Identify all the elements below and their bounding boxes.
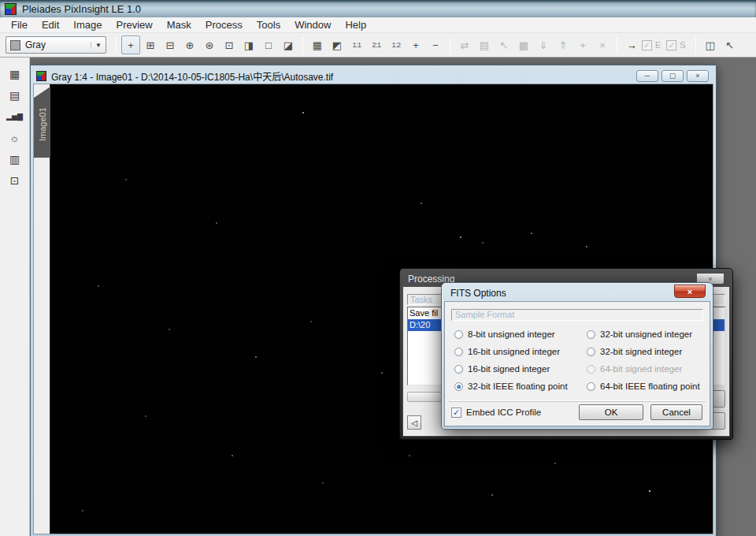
image-window-titlebar[interactable]: Gray 1:4 - Image01 - D:\2014-10-05-IC180… (33, 68, 713, 84)
reset-instance-button[interactable]: + (573, 35, 592, 54)
compare-windows-button[interactable]: ◫ (701, 35, 720, 54)
menu-help[interactable]: Help (338, 18, 373, 32)
zoom-in-icon: + (413, 39, 419, 51)
apply-global-button[interactable]: ⇑ (554, 35, 573, 54)
zoom-in-button[interactable]: + (406, 35, 425, 54)
image-window-icon (36, 71, 46, 81)
delete-instance-button[interactable]: × (593, 35, 612, 54)
zoom-1-1-button[interactable]: 1:1 (347, 35, 366, 54)
restore-button[interactable]: ▢ (662, 70, 684, 82)
radio-label: 8-bit unsigned integer (468, 329, 555, 339)
sample-format-options: 8-bit unsigned integer 16-bit unsigned i… (454, 326, 710, 395)
fit-window-button[interactable]: ◩ (328, 35, 346, 54)
delete-instance-icon: × (599, 39, 606, 51)
radio-label: 64-bit IEEE floating point (600, 382, 700, 391)
radio-label: 64-bit signed integer (600, 364, 682, 374)
menubar: File Edit Image Preview Mask Process Too… (0, 17, 756, 33)
menu-process[interactable]: Process (198, 18, 250, 32)
process-console-button[interactable]: ▦ (5, 65, 25, 84)
toolbar-separator (695, 36, 696, 54)
new-preview-icon: □ (265, 39, 272, 51)
crosshair-icon: + (128, 39, 134, 51)
process-explorer-icon: ▤ (9, 89, 20, 102)
pan-view-button[interactable]: ⊕ (180, 35, 199, 54)
screen-transfer-button[interactable]: ☼ (5, 128, 25, 147)
process-explorer-button[interactable]: ▤ (5, 86, 25, 105)
radio-64bit-signed: 64-bit signed integer (587, 364, 710, 374)
status-checkbox-label: S (680, 40, 685, 50)
menu-image[interactable]: Image (66, 18, 109, 32)
image-tab[interactable]: Image01 (34, 87, 50, 158)
menu-window[interactable]: Window (287, 18, 338, 32)
minimize-button[interactable]: ─ (636, 70, 658, 82)
crop-tool-button[interactable]: ⊡ (220, 35, 239, 54)
radio-16bit-unsigned[interactable]: 16-bit unsigned integer (454, 347, 587, 356)
mirror-tool-button[interactable]: ◨ (239, 35, 258, 54)
chevron-down-icon: ▼ (91, 42, 102, 49)
cancel-button[interactable]: Cancel (650, 404, 702, 420)
close-button[interactable]: × (687, 70, 709, 82)
toolbar-separator (302, 36, 303, 54)
pan-all-button[interactable]: ⊛ (200, 35, 219, 54)
edit-preview-button[interactable]: ◪ (279, 35, 298, 54)
image-window-title: Gray 1:4 - Image01 - D:\2014-10-05-IC180… (51, 69, 333, 83)
menu-mask[interactable]: Mask (160, 18, 198, 32)
compare-windows-icon: ◫ (706, 39, 715, 51)
apply-instance-button[interactable]: ⇓ (534, 35, 553, 54)
status-checkbox[interactable]: ✓ (666, 40, 676, 50)
pointer-nodes-button[interactable]: ↖ (721, 35, 739, 54)
image-window-controls: ─ ▢ × (636, 70, 710, 82)
zoom-1-1-icon: 1:1 (352, 41, 361, 49)
edit-preview-icon: ◪ (284, 39, 293, 51)
ok-button[interactable]: OK (579, 404, 643, 420)
radio-32bit-float[interactable]: 32-bit IEEE floating point (454, 382, 587, 391)
mask-instance-button[interactable]: ▩ (514, 35, 533, 54)
processor-panel-button[interactable]: ▥ (5, 150, 25, 169)
duplicate-instance-icon: ⇄ (461, 39, 469, 51)
zoom-1-2-button[interactable]: 1:2 (387, 35, 406, 54)
histogram-panel-button[interactable]: ▂▅▇ (5, 107, 25, 126)
radio-32bit-signed[interactable]: 32-bit signed integer (587, 347, 710, 356)
new-instance-button[interactable]: ▤ (475, 35, 494, 54)
zoom-2-1-icon: 2:1 (372, 41, 380, 49)
duplicate-instance-button[interactable]: ⇄ (455, 35, 474, 54)
fits-close-button[interactable]: × (674, 285, 706, 298)
collapse-button[interactable]: ◁ (407, 415, 421, 430)
fit-view-icon: ⊞ (146, 39, 155, 51)
radio-8bit-unsigned[interactable]: 8-bit unsigned integer (454, 329, 587, 339)
mirror-icon: ◨ (244, 39, 254, 51)
histogram-icon: ▂▅▇ (6, 113, 23, 121)
fit-view-button[interactable]: ⊞ (141, 35, 160, 54)
crop-icon: ⊡ (225, 39, 234, 51)
monitor-icon: ⊡ (10, 174, 20, 187)
select-rect-button[interactable]: ▦ (308, 35, 327, 54)
track-view-button[interactable]: → (622, 35, 641, 54)
mask-instance-icon: ▩ (519, 39, 528, 51)
menu-file[interactable]: File (4, 18, 35, 32)
menu-preview[interactable]: Preview (109, 18, 160, 32)
toolbar-separator (116, 36, 117, 54)
left-tool-rail: ▦ ▤ ▂▅▇ ☼ ▥ ⊡ (0, 58, 30, 536)
menu-tools[interactable]: Tools (250, 18, 287, 32)
zoom-2-1-button[interactable]: 2:1 (367, 35, 386, 54)
shrink-view-button[interactable]: ⊟ (161, 35, 180, 54)
radio-32bit-unsigned[interactable]: 32-bit unsigned integer (587, 329, 710, 339)
fits-options-dialog[interactable]: FITS Options × Sample Format 8-bit unsig… (441, 282, 713, 430)
image-tab-strip: Image01 (34, 84, 50, 534)
monitor-panel-button[interactable]: ⊡ (5, 171, 25, 190)
radio-16bit-signed[interactable]: 16-bit signed integer (454, 364, 587, 374)
select-instance-button[interactable]: ↖ (495, 35, 513, 54)
explorer-checkbox[interactable]: ✓ (642, 40, 652, 50)
fits-titlebar[interactable]: FITS Options (444, 285, 710, 301)
eye-rays-icon: ☼ (9, 132, 20, 144)
pan-icon: ⊕ (186, 39, 195, 51)
crosshair-tool-button[interactable]: + (121, 35, 140, 54)
gray-swatch-icon (10, 40, 20, 50)
radio-64bit-float[interactable]: 64-bit IEEE floating point (587, 382, 710, 391)
menu-edit[interactable]: Edit (35, 18, 66, 32)
new-preview-button[interactable]: □ (259, 35, 278, 54)
fits-title: FITS Options (450, 288, 506, 299)
mode-select[interactable]: Gray ▼ (6, 36, 106, 54)
zoom-out-button[interactable]: − (426, 35, 445, 54)
embed-icc-checkbox[interactable]: ✓ (451, 408, 461, 418)
